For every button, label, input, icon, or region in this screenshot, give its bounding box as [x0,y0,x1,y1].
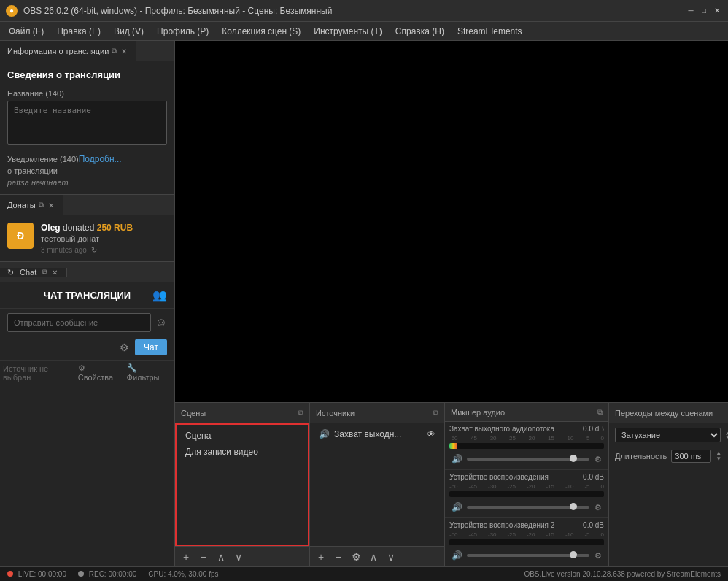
source-item-0[interactable]: 🔊 Захват выходн... 👁 [313,426,441,442]
audio-channel-0-mute[interactable]: 🔊 [449,452,464,466]
donates-tab-label: Донаты [7,201,36,209]
chat-close-icon[interactable]: ✕ [50,268,59,277]
name-label: Название (140) [7,89,167,98]
notification-text: pattsa начинает [7,178,167,187]
audio-channel-1-slider[interactable] [467,506,589,509]
stream-info-float-icon[interactable]: ⧉ [112,47,117,55]
chat-refresh-icon[interactable]: ↻ [7,268,14,277]
donate-time-label: 3 minutes ago [41,246,87,254]
audio-meter-0 [449,443,604,449]
sources-up-button[interactable]: ∧ [365,549,382,565]
stream-info-tab[interactable]: Информация о трансляции ⧉ ✕ [0,41,136,61]
menu-profile[interactable]: Профиль (P) [151,25,214,38]
donates-tab-bar: Донаты ⧉ ✕ [0,195,174,215]
sources-add-button[interactable]: + [313,549,329,565]
chat-gear-icon[interactable]: ⚙ [120,342,129,353]
stream-name-input[interactable] [7,101,167,145]
properties-btn-inline[interactable]: ⚙ Свойства [78,363,123,382]
chat-button[interactable]: Чат [135,339,167,355]
transitions-panel-title: Переходы между сценами [615,409,726,418]
transition-gear-icon[interactable]: ⚙ [725,430,728,441]
sources-float-icon[interactable]: ⧉ [433,409,438,418]
refresh-icon[interactable]: ↻ [91,246,97,254]
audio-float-icon[interactable]: ⧉ [597,408,603,417]
audio-channel-0-slider[interactable] [467,458,589,461]
minimize-button[interactable]: ─ [686,6,696,16]
chat-float-icon[interactable]: ⧉ [42,268,47,277]
emoji-button[interactable]: ☺ [155,316,167,329]
close-button[interactable]: ✕ [712,6,722,16]
menu-view[interactable]: Вид (V) [108,25,150,38]
duration-down-button[interactable]: ▼ [716,456,721,462]
donate-avatar: Đ [7,223,34,249]
sources-panel: Источники ⧉ 🔊 Захват выходн... 👁 + − ⚙ [310,403,445,566]
audio-channel-1-gear[interactable]: ⚙ [592,501,604,513]
source-eye-icon[interactable]: 🔊 [319,429,330,439]
audio-channel-2-header: Устройство воспроизведения 2 0.0 dB [449,521,604,529]
audio-slider-2-thumb [570,551,577,558]
audio-channel-1-controls: 🔊 ⚙ [449,500,604,515]
center-area: Сцены ⧉ Сцена Для записи видео + − ∧ ∨ [175,41,728,566]
maximize-button[interactable]: □ [699,6,709,16]
scenes-down-button[interactable]: ∨ [231,549,247,565]
audio-meter-0-scale: -60-45-30-25-20-15-10-50 [449,435,604,442]
source-visible-icon[interactable]: 👁 [427,429,435,439]
menu-stream-elements[interactable]: StreamElements [452,25,528,38]
audio-channel-2-gear[interactable]: ⚙ [592,550,604,561]
scenes-panel: Сцены ⧉ Сцена Для записи видео + − ∧ ∨ [175,403,310,566]
audio-channel-0: Захват выходного аудиопотока 0.0 dB -60-… [445,422,608,470]
audio-channel-1: Устройство воспроизведения 0.0 dB -60-45… [445,470,608,518]
donates-panel: Донаты ⧉ ✕ Đ Oleg donated 250 RUB [0,195,174,262]
scene-item-1[interactable]: Для записи видео [179,444,305,460]
sources-remove-button[interactable]: − [330,549,346,565]
chat-tab-bar: ↻ Chat ⧉ ✕ [0,262,174,282]
menu-scene-collection[interactable]: Коллекция сцен (S) [216,25,306,38]
notification-link[interactable]: Подробн... [79,154,122,164]
sources-toolbar: + − ⚙ ∧ ∨ [310,546,444,566]
sources-settings-button[interactable]: ⚙ [348,549,364,565]
duration-input[interactable] [671,450,711,463]
donate-time: 3 minutes ago ↻ [41,246,167,254]
chat-tab[interactable]: ↻ Chat ⧉ ✕ [0,268,67,277]
chat-input[interactable] [7,313,151,332]
live-dot [7,571,13,577]
audio-channel-1-mute[interactable]: 🔊 [449,500,464,515]
stream-info-content: Сведения о трансляции Название (140) Уве… [0,61,174,194]
donates-close-icon[interactable]: ✕ [47,201,55,209]
chat-users-icon[interactable]: 👥 [152,288,167,302]
transition-type-row: Затухание ⚙ [609,423,728,447]
audio-channel-2-slider[interactable] [467,554,589,557]
version-label: OBS.Live version 20.10.28.638 powered by… [524,570,721,578]
rec-label: REC: 00:00:00 [89,570,137,578]
audio-channel-2-mute[interactable]: 🔊 [449,548,464,563]
filters-btn-inline[interactable]: 🔧 Фильтры [127,363,171,382]
menu-help[interactable]: Справка (H) [390,25,450,38]
stream-info-close-icon[interactable]: ✕ [120,47,128,55]
transition-duration-row: Длительность ▲ ▼ [609,447,728,466]
menu-edit[interactable]: Правка (E) [51,25,107,38]
stream-info-panel: Информация о трансляции ⧉ ✕ Сведения о т… [0,41,174,195]
sources-down-button[interactable]: ∨ [383,549,399,565]
scenes-up-button[interactable]: ∧ [213,549,229,565]
donates-float-icon[interactable]: ⧉ [39,201,44,209]
donates-tab[interactable]: Донаты ⧉ ✕ [0,195,63,215]
duration-label: Длительность [615,452,667,461]
transition-type-select[interactable]: Затухание [615,428,721,442]
scenes-float-icon[interactable]: ⧉ [298,409,303,418]
scenes-remove-button[interactable]: − [195,549,212,565]
donate-header: Oleg donated 250 RUB [41,223,167,233]
window-title: OBS 26.0.2 (64-bit, windows) - Профиль: … [23,6,686,16]
chat-panel: ↻ Chat ⧉ ✕ ЧАТ ТРАНСЛЯЦИИ 👥 ☺ ⚙ Чат [0,262,174,385]
audio-slider-0-thumb [570,455,577,462]
scene-item-0[interactable]: Сцена [179,428,305,444]
audio-channel-0-name: Захват выходного аудиопотока [449,425,580,433]
audio-channel-2-name: Устройство воспроизведения 2 [449,521,580,529]
live-label: LIVE: 00:00:00 [18,570,66,578]
menu-tools[interactable]: Инструменты (T) [308,25,387,38]
scenes-add-button[interactable]: + [178,549,194,565]
donate-name: Oleg [41,223,61,233]
audio-channel-0-gear[interactable]: ⚙ [592,453,604,465]
menu-file[interactable]: Файл (F) [3,25,50,38]
scenes-toolbar: + − ∧ ∨ [175,546,309,566]
donate-message: тестовый донат [41,234,167,243]
